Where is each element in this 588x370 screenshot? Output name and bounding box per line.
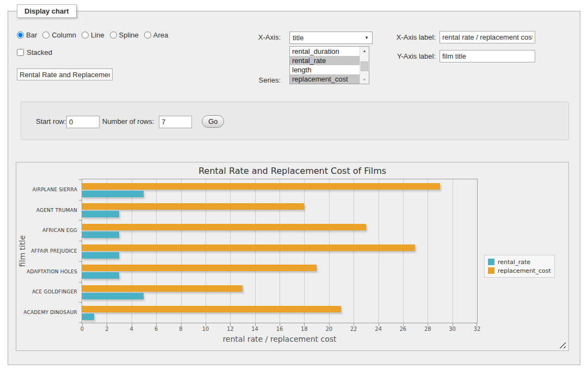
go-button[interactable]: Go xyxy=(202,115,224,128)
chart-type-item-line[interactable]: Line xyxy=(82,31,104,39)
series-option-length[interactable]: length xyxy=(290,65,360,74)
x-tick-label: 30 xyxy=(449,326,456,332)
gridline xyxy=(304,179,305,323)
x-axis-title: rental rate / replacement cost xyxy=(82,335,478,343)
chart-legend: rental_ratereplacement_cost xyxy=(484,255,555,278)
chart-type-radio-spline[interactable] xyxy=(110,32,117,39)
chart-type-group: BarColumnLineSplineArea xyxy=(17,31,168,39)
bar-replacement_cost-1 xyxy=(82,203,304,210)
bar-rental_rate-6 xyxy=(82,313,94,320)
x-tick-label: 24 xyxy=(375,326,382,332)
chart-title: Rental Rate and Replacement Cost of Film… xyxy=(16,166,568,176)
x-tick-label: 26 xyxy=(400,326,407,332)
x-tick-label: 32 xyxy=(474,326,481,332)
y-tick-mark xyxy=(79,282,82,283)
chart-type-radio-bar[interactable] xyxy=(17,32,24,39)
x-tick-label: 14 xyxy=(251,326,258,332)
bar-rental_rate-5 xyxy=(82,293,144,299)
scrollbar-thumb[interactable] xyxy=(361,61,368,71)
start-row-input[interactable] xyxy=(66,116,100,128)
gridline xyxy=(428,179,428,323)
x-tick-label: 28 xyxy=(424,326,431,332)
y-axis-label-input[interactable] xyxy=(440,50,535,62)
legend-item-rental_rate: rental_rate xyxy=(488,258,551,266)
chart-type-radio-column[interactable] xyxy=(42,32,49,39)
x-tick-label: 16 xyxy=(276,326,283,332)
bar-rental_rate-0 xyxy=(82,191,144,197)
x-axis-label-input[interactable] xyxy=(440,31,535,43)
bar-replacement_cost-3 xyxy=(82,244,415,251)
start-row-label: Start row: xyxy=(36,117,66,126)
fieldset-legend-text: Display chart xyxy=(24,7,69,15)
chevron-down-icon: ▼ xyxy=(364,35,369,40)
x-axis-select-value: title xyxy=(293,34,304,42)
plot-area xyxy=(82,179,478,323)
scroll-up-icon[interactable]: ▲ xyxy=(360,47,369,55)
y-category-label: ADAPTATION HOLES xyxy=(25,261,77,282)
display-chart-fieldset: Display chart BarColumnLineSplineArea St… xyxy=(8,11,580,365)
x-axis-label-label: X-Axis label: xyxy=(392,33,436,41)
x-tick-label: 12 xyxy=(227,326,234,332)
series-scrollbar[interactable]: ▲ ▼ xyxy=(360,47,369,84)
chart-type-radio-area[interactable] xyxy=(144,32,151,39)
gridline xyxy=(379,179,379,323)
chart-type-item-spline[interactable]: Spline xyxy=(110,31,139,39)
gridline xyxy=(453,179,453,323)
fieldset-legend: Display chart xyxy=(17,4,77,18)
x-tick-label: 0 xyxy=(81,326,84,332)
bar-replacement_cost-5 xyxy=(82,285,243,292)
y-tick-mark xyxy=(79,302,82,303)
y-category-label: AFFAIR PREJUDICE xyxy=(25,241,77,261)
bar-replacement_cost-6 xyxy=(82,306,341,312)
x-tick-label: 18 xyxy=(301,326,308,332)
chart-type-item-column[interactable]: Column xyxy=(42,31,76,39)
gridline xyxy=(107,179,107,323)
legend-swatch-rental_rate xyxy=(488,259,494,265)
chart-type-item-bar[interactable]: Bar xyxy=(17,31,37,39)
series-option-rental_rate[interactable]: rental_rate xyxy=(290,56,360,65)
chart-type-item-area[interactable]: Area xyxy=(144,31,168,39)
y-category-label: AIRPLANE SIERRA xyxy=(25,179,77,200)
chart-type-label-line: Line xyxy=(91,31,104,39)
num-rows-label: Number of rows: xyxy=(102,117,154,126)
resize-grip-icon[interactable] xyxy=(559,342,566,348)
chart-type-label-bar: Bar xyxy=(26,31,37,39)
gridline xyxy=(280,179,280,323)
chart-title-input[interactable] xyxy=(17,68,113,80)
bar-replacement_cost-0 xyxy=(82,183,440,190)
gridline xyxy=(255,179,256,323)
x-tick-label: 20 xyxy=(325,326,332,332)
y-tick-mark xyxy=(79,322,82,323)
y-category-label: AFRICAN EGG xyxy=(25,220,77,241)
legend-item-replacement_cost: replacement_cost xyxy=(488,266,551,275)
gridline xyxy=(132,179,132,323)
y-category-label: AGENT TRUMAN xyxy=(25,200,77,221)
legend-label-rental_rate: rental_rate xyxy=(498,259,530,266)
series-option-replacement_cost[interactable]: replacement_cost xyxy=(290,74,360,84)
chart-type-radio-line[interactable] xyxy=(82,32,89,39)
chart-type-label-spline: Spline xyxy=(119,31,139,39)
x-axis-select[interactable]: title ▼ xyxy=(289,32,373,44)
y-category-label: ACE GOLDFINGER xyxy=(25,282,77,303)
series-listbox[interactable]: rental_durationrental_ratelengthreplacem… xyxy=(289,46,369,84)
legend-swatch-replacement_cost xyxy=(488,267,494,274)
x-tick-label: 10 xyxy=(202,326,209,332)
chart-container: Rental Rate and Replacement Cost of Film… xyxy=(16,162,569,351)
y-category-labels: AIRPLANE SIERRAAGENT TRUMANAFRICAN EGGAF… xyxy=(27,179,79,323)
x-tick-label: 4 xyxy=(130,326,133,332)
chart-type-label-area: Area xyxy=(153,31,168,39)
row-range-panel: Start row: Number of rows: Go xyxy=(21,102,569,140)
stacked-checkbox[interactable] xyxy=(17,49,24,56)
y-tick-mark xyxy=(79,220,82,221)
x-tick-label: 22 xyxy=(350,326,357,332)
num-rows-input[interactable] xyxy=(159,116,192,128)
bar-rental_rate-2 xyxy=(82,231,119,238)
series-option-rental_duration[interactable]: rental_duration xyxy=(290,47,360,56)
series-options: rental_durationrental_ratelengthreplacem… xyxy=(290,47,360,84)
y-tick-mark xyxy=(79,261,82,262)
scroll-down-icon[interactable]: ▼ xyxy=(360,76,369,84)
stacked-checkbox-row[interactable]: Stacked xyxy=(17,48,52,57)
y-tick-mark xyxy=(79,179,82,180)
gridline xyxy=(403,179,404,323)
page: Display chart BarColumnLineSplineArea St… xyxy=(0,0,588,370)
